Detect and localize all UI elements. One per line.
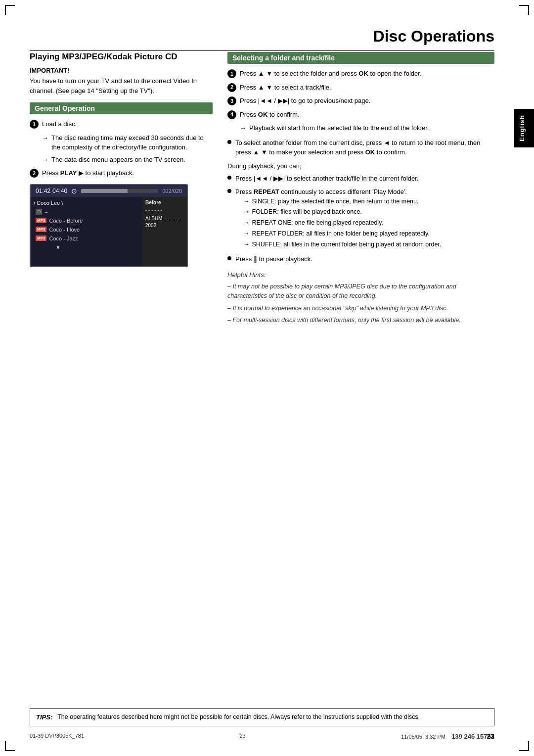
tv-file-name-2: Coco - I love: [49, 227, 80, 233]
page-number: 23: [487, 732, 494, 740]
bullet-repeat-content: Press REPEAT continuously to access diff…: [235, 187, 494, 250]
repeat-single-text: SINGLE: play the selected file once, the…: [252, 197, 419, 206]
title-divider: [30, 50, 494, 51]
step1-arrow1-text: The disc reading time may exceed 30 seco…: [51, 133, 213, 152]
tv-mp3-icon-1: MP3: [36, 218, 46, 223]
right-step4: 4 Press OK to confirm.: [227, 110, 494, 120]
right-section-title: Selecting a folder and track/file: [227, 52, 494, 64]
tv-header: 01:42 04:40 ⊙ 002/020: [31, 185, 187, 197]
footer: 01-39 DVP3005K_781 23 11/05/05, 3:32 PM …: [30, 733, 494, 740]
repeat-shuffle-text: SHUFFLE: all files in the current folder…: [252, 240, 442, 249]
bullet-folder: To select another folder from the curren…: [227, 138, 494, 157]
tips-bar: TIPS: The operating features described h…: [30, 708, 494, 727]
repeat-one-text: REPEAT ONE: one file being played repeat…: [252, 218, 383, 228]
corner-mark-bl: [5, 741, 15, 751]
bullet-track-content: Press |◄◄ / ▶▶| to select another track/…: [235, 174, 494, 184]
tv-sidebar-dots: - - - - - -: [145, 207, 184, 213]
bullet-track-select: Press |◄◄ / ▶▶| to select another track/…: [227, 174, 494, 184]
page-title-area: Disc Operations: [0, 22, 534, 46]
tv-file-name-3: Coco - Jazz: [49, 236, 78, 241]
tv-file-row-1: MP3 Coco - Before: [34, 217, 139, 225]
step2-text: Press PLAY ▶ to start playback.: [42, 168, 134, 178]
repeat-repeat-folder-text: REPEAT FOLDER: all files in one folder b…: [252, 229, 430, 238]
english-tab: English: [514, 109, 534, 147]
arrow-shuffle: →: [243, 240, 250, 249]
tv-progress-fill: [81, 189, 128, 193]
main-content: Playing MP3/JPEG/Kodak Picture CD IMPORT…: [30, 52, 494, 692]
tv-mp3-icon-3: MP3: [36, 236, 46, 241]
right-step1-number: 1: [227, 69, 236, 78]
tv-file-row-3: MP3 Coco - Jazz: [34, 235, 139, 242]
helpful-hints-title: Helpful Hints:: [227, 270, 494, 280]
tv-play-icon: ⊙: [71, 187, 77, 195]
tv-arrow-down: ▼: [55, 244, 61, 250]
step1-arrow2-text: The data disc menu appears on the TV scr…: [51, 155, 185, 165]
repeat-folder-text: FOLDER: files will be played back once.: [252, 207, 362, 217]
step2-number: 2: [30, 169, 39, 178]
tv-arrow-down-row: ▼: [34, 243, 139, 251]
right-step2-text: Press ▲ ▼ to select a track/file.: [240, 83, 331, 93]
arrow-single: →: [243, 197, 250, 206]
repeat-folder: → FOLDER: files will be played back once…: [235, 207, 494, 217]
tv-folder-label: –: [44, 209, 47, 215]
step2: 2 Press PLAY ▶ to start playback.: [30, 168, 213, 178]
right-step3-text: Press |◄◄ / ▶▶| to go to previous/next p…: [240, 96, 370, 106]
right-step4-arrow-text: Playback will start from the selected fi…: [249, 123, 429, 133]
tv-folder-row: □ –: [34, 208, 139, 216]
tv-folder-icon: □: [36, 209, 42, 215]
left-section-title: Playing MP3/JPEG/Kodak Picture CD: [30, 52, 213, 62]
important-label: IMPORTANT!: [30, 67, 213, 74]
step1-text: Load a disc.: [42, 119, 77, 129]
footer-middle: 23: [239, 733, 245, 740]
right-step2-number: 2: [227, 83, 236, 92]
general-operation-header: General Operation: [30, 102, 213, 114]
bullet-pause-content: Press ‖ to pause playback.: [235, 254, 494, 264]
corner-mark-tl: [5, 5, 15, 15]
tv-screen: 01:42 04:40 ⊙ 002/020 \ Coco Lee \ □ – M…: [30, 184, 188, 267]
tv-counter: 002/020: [162, 188, 182, 194]
important-text: You have to turn on your TV and set to t…: [30, 76, 213, 95]
repeat-one: → REPEAT ONE: one file being played repe…: [235, 218, 494, 228]
right-step4-text: Press OK to confirm.: [240, 110, 300, 120]
tv-sidebar-album: ALBUM - - - - - -: [145, 216, 184, 221]
hint-line-3: – For multi-session discs with different…: [227, 316, 494, 325]
step1-number: 1: [30, 120, 39, 129]
tv-progress-bar: [81, 189, 158, 193]
bullet-dot-2: [227, 176, 231, 180]
during-playback-title: During playback, you can;: [227, 162, 494, 170]
arrow-one: →: [243, 218, 250, 228]
tv-sidebar-year: 2002: [145, 223, 184, 228]
tv-file-name-1: Coco - Before: [49, 218, 83, 224]
arrow-repeat-folder: →: [243, 229, 250, 238]
arrow-symbol: →: [42, 133, 48, 143]
tv-time2: 04:40: [52, 188, 67, 194]
tv-file-row-2: MP3 Coco - I love: [34, 226, 139, 234]
right-step2: 2 Press ▲ ▼ to select a track/file.: [227, 83, 494, 93]
step1: 1 Load a disc.: [30, 119, 213, 129]
right-step3-number: 3: [227, 96, 236, 105]
arrow-folder: →: [243, 207, 250, 217]
bullet-dot-1: [227, 140, 231, 144]
hint-line-2: – It is normal to experience an occasion…: [227, 304, 494, 313]
right-step1: 1 Press ▲ ▼ to select the folder and pre…: [227, 69, 494, 79]
bullet-dot-4: [227, 256, 231, 260]
bullet-folder-content: To select another folder from the curren…: [235, 138, 494, 157]
step1-arrow2: → The data disc menu appears on the TV s…: [30, 155, 213, 165]
right-column: Selecting a folder and track/file 1 Pres…: [227, 52, 494, 692]
footer-date: 11/05/05, 3:32 PM: [401, 734, 445, 740]
repeat-repeat-folder: → REPEAT FOLDER: all files in one folder…: [235, 229, 494, 238]
helpful-hints: Helpful Hints: – It may not be possible …: [227, 270, 494, 326]
tips-label: TIPS:: [36, 712, 52, 722]
tv-body: \ Coco Lee \ □ – MP3 Coco - Before MP3 C…: [31, 197, 187, 266]
footer-left: 01-39 DVP3005K_781: [30, 733, 84, 740]
tv-time1: 01:42: [36, 188, 50, 194]
tv-mp3-icon-2: MP3: [36, 227, 46, 232]
tips-text: The operating features described here mi…: [57, 712, 420, 722]
bullet-pause: Press ‖ to pause playback.: [227, 254, 494, 264]
footer-right: 11/05/05, 3:32 PM 139 246 15751: [401, 733, 494, 740]
repeat-shuffle: → SHUFFLE: all files in the current fold…: [235, 240, 494, 249]
right-step1-text: Press ▲ ▼ to select the folder and press…: [240, 69, 422, 79]
tv-sidebar: Before - - - - - - ALBUM - - - - - - 200…: [142, 197, 187, 266]
page-title: Disc Operations: [373, 27, 494, 45]
tv-sidebar-header: Before: [145, 200, 184, 205]
